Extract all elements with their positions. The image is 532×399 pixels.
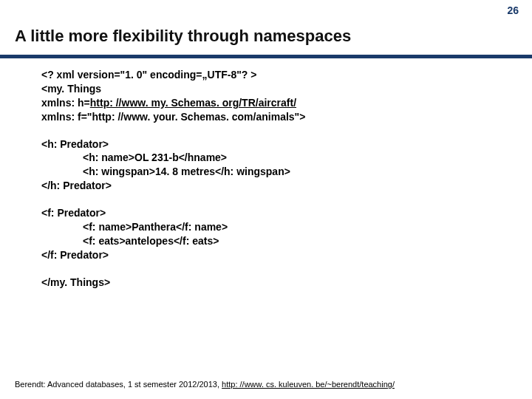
namespace-h: xmlns: h=http: //www. my. Schemas. org/T…	[41, 96, 510, 110]
footer: Berendt: Advanced databases, 1 st semest…	[15, 380, 395, 389]
root-close-block: </my. Things>	[41, 276, 510, 290]
xml-declaration: <? xml version="1. 0" encoding=„UTF-8"? …	[41, 68, 510, 82]
h-wingspan: <h: wingspan>14. 8 metres</h: wingspan>	[41, 165, 510, 179]
root-close: </my. Things>	[41, 276, 510, 290]
h-predator-close: </h: Predator>	[41, 179, 510, 193]
h-predator-open: <h: Predator>	[41, 137, 510, 151]
title-rule	[0, 55, 532, 58]
page-number: 26	[507, 4, 519, 16]
slide: 26 A little more flexibility through nam…	[0, 0, 532, 399]
namespace-f: xmlns: f="http: //www. your. Schemas. co…	[41, 110, 510, 124]
f-predator-open: <f: Predator>	[41, 206, 510, 220]
h-name: <h: name>OL 231-b</hname>	[41, 151, 510, 165]
xml-declaration-block: <? xml version="1. 0" encoding=„UTF-8"? …	[41, 68, 510, 124]
namespace-h-prefix: xmlns: h=	[41, 97, 90, 109]
f-eats: <f: eats>antelopes</f: eats>	[41, 234, 510, 248]
root-open: <my. Things	[41, 82, 510, 96]
slide-body: <? xml version="1. 0" encoding=„UTF-8"? …	[41, 68, 510, 303]
namespace-h-url: http: //www. my. Schemas. org/TR/aircraf…	[90, 97, 296, 109]
f-name: <f: name>Panthera</f: name>	[41, 220, 510, 234]
footer-url: http: //www. cs. kuleuven. be/~berendt/t…	[222, 380, 395, 389]
h-predator-block: <h: Predator> <h: name>OL 231-b</hname> …	[41, 137, 510, 194]
slide-title: A little more flexibility through namesp…	[15, 27, 351, 46]
f-predator-block: <f: Predator> <f: name>Panthera</f: name…	[41, 206, 510, 262]
footer-text: Berendt: Advanced databases, 1 st semest…	[15, 380, 222, 389]
f-predator-close: </f: Predator>	[41, 248, 510, 262]
